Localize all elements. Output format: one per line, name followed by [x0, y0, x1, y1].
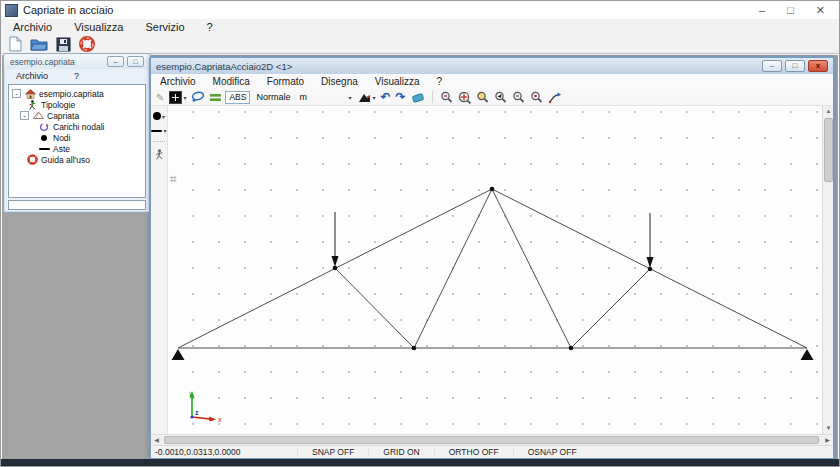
open-folder-icon[interactable] [29, 36, 49, 53]
drawing-canvas[interactable]: ⌗ y x z [168, 106, 822, 434]
cad-menu-disegna[interactable]: Disegna [321, 76, 358, 87]
tree-item-tipologie[interactable]: Tipologie [9, 99, 145, 110]
menu-visualizza[interactable]: Visualizza [74, 21, 123, 33]
panel-maximize-icon[interactable]: □ [127, 56, 144, 67]
cad-menu-modifica[interactable]: Modifica [213, 76, 250, 87]
cursor-coordinates: -0.0010,0.0313,0.0000 [151, 447, 297, 457]
expander-icon[interactable]: - [12, 89, 21, 98]
help-ring-icon [26, 154, 38, 165]
project-tree-window: esempio.capriata – □ Archivio ? - esempi… [3, 53, 151, 213]
zoom-extents-icon[interactable] [457, 90, 472, 105]
tree-item-aste[interactable]: Aste [9, 143, 145, 154]
unit-value: m [299, 92, 347, 102]
cad-statusbar: -0.0010,0.0313,0.0000 SNAP OFF GRID ON O… [151, 445, 833, 458]
zoom-previous-icon[interactable] [493, 90, 508, 105]
node-tool-icon[interactable]: ▾ [153, 112, 165, 120]
new-document-icon[interactable] [5, 36, 25, 53]
eraser-icon[interactable] [410, 90, 426, 105]
main-menubar: Archivio Visualizza Servizio ? [1, 19, 839, 35]
svg-text:x: x [217, 416, 222, 423]
scroll-right-icon[interactable]: ▶ [822, 435, 833, 446]
main-titlebar: Capriate in acciaio – □ ✕ [1, 1, 839, 19]
window-bottom-edge [1, 459, 839, 466]
menu-help[interactable]: ? [207, 21, 213, 33]
snap-toggle[interactable]: SNAP OFF [297, 447, 368, 457]
cad-close-icon[interactable]: x [808, 60, 828, 72]
horizontal-scrollbar[interactable]: ◀ ▶ [151, 434, 833, 445]
tree-item-label: Tipologie [41, 100, 75, 110]
node-icon [38, 135, 50, 141]
pan-arrow-icon[interactable] [547, 90, 563, 105]
ortho-toggle[interactable]: ORTHO OFF [434, 447, 513, 457]
tree-panel-statusbar [8, 200, 146, 210]
vertical-scroll-thumb[interactable] [824, 118, 833, 182]
pencil-icon[interactable]: ✎ [155, 90, 165, 105]
tree-panel-title: esempio.capriata [10, 57, 75, 67]
panel-menu-archivio[interactable]: Archivio [16, 71, 48, 81]
fill-style-icon[interactable]: ▾ [357, 90, 376, 105]
tree-item-label: esempio.capriata [39, 89, 104, 99]
svg-text:z: z [195, 409, 199, 416]
scroll-down-icon[interactable]: ▼ [823, 423, 834, 434]
draw-toolbar: ▾ ▾ [151, 106, 168, 434]
lasso-icon[interactable] [190, 90, 206, 105]
member-icon [38, 148, 50, 150]
cad-menu-formato[interactable]: Formato [267, 76, 304, 87]
abs-toggle-button[interactable]: ABS [225, 91, 250, 104]
style-combobox[interactable]: Normale [253, 90, 293, 105]
tree-item-nodi[interactable]: Nodi [9, 132, 145, 143]
tree-panel-titlebar: esempio.capriata – □ [4, 54, 150, 69]
cad-titlebar: esempio.CapriataAcciaio2D <1> – □ x [151, 58, 833, 74]
cad-window: esempio.CapriataAcciaio2D <1> – □ x Arch… [149, 56, 835, 460]
main-window: Capriate in acciaio – □ ✕ Archivio Visua… [0, 0, 840, 467]
cad-menu-archivio[interactable]: Archivio [160, 76, 196, 87]
expander-icon[interactable]: - [20, 111, 29, 120]
layer-color-icon[interactable]: ▾ [168, 90, 187, 105]
member-tool-icon[interactable]: ▾ [151, 127, 166, 134]
cad-menu-help[interactable]: ? [437, 76, 443, 87]
undo-icon[interactable]: ↶ [379, 90, 391, 105]
truss-icon [32, 111, 44, 120]
cad-maximize-icon[interactable]: □ [785, 60, 805, 72]
tree-item-guida[interactable]: Guida all'uso [9, 154, 145, 165]
help-icon[interactable] [77, 36, 97, 53]
horizontal-scroll-thumb[interactable] [164, 436, 819, 444]
tree-item-label: Capriata [47, 111, 79, 121]
cad-minimize-icon[interactable]: – [762, 60, 782, 72]
tree-item-label: Carichi nodali [53, 122, 105, 132]
zoom-out-icon[interactable] [439, 90, 454, 105]
tree-item-root[interactable]: - esempio.capriata [9, 88, 145, 99]
panel-minimize-icon[interactable]: – [107, 56, 124, 67]
figure-icon [26, 100, 38, 110]
truss-drawing [168, 106, 822, 434]
scroll-left-icon[interactable]: ◀ [151, 435, 162, 446]
zoom-minus-icon[interactable] [511, 90, 526, 105]
zoom-point-icon[interactable] [529, 90, 544, 105]
app-icon [5, 4, 18, 17]
tree-panel-menubar: Archivio ? [4, 69, 150, 82]
minimize-icon[interactable]: – [759, 4, 765, 16]
menu-servizio[interactable]: Servizio [145, 21, 184, 33]
house-icon [24, 89, 36, 99]
typology-tool-icon[interactable] [155, 149, 164, 160]
layers-icon[interactable] [209, 90, 222, 105]
grid-toggle[interactable]: GRID ON [368, 447, 433, 457]
panel-menu-help[interactable]: ? [74, 71, 79, 81]
scroll-up-icon[interactable]: ▲ [823, 106, 834, 117]
nodal-loads-icon [38, 122, 50, 132]
cad-menu-visualizza[interactable]: Visualizza [375, 76, 420, 87]
cad-menubar: Archivio Modifica Formato Disegna Visual… [151, 74, 833, 89]
svg-text:y: y [189, 390, 192, 396]
menu-archivio[interactable]: Archivio [13, 21, 52, 33]
redo-icon[interactable]: ↷ [395, 90, 407, 105]
close-icon[interactable]: ✕ [816, 4, 825, 16]
maximize-icon[interactable]: □ [787, 4, 794, 16]
tree-item-capriata[interactable]: - Capriata [9, 110, 145, 121]
tree-item-carichi-nodali[interactable]: Carichi nodali [9, 121, 145, 132]
zoom-window-icon[interactable] [475, 90, 490, 105]
save-icon[interactable] [53, 36, 73, 53]
unit-combobox[interactable]: m ▾ [296, 90, 354, 105]
vertical-scrollbar[interactable]: ▲ ▼ [822, 106, 833, 434]
cad-window-title: esempio.CapriataAcciaio2D <1> [156, 61, 292, 72]
osnap-toggle[interactable]: OSNAP OFF [513, 447, 591, 457]
